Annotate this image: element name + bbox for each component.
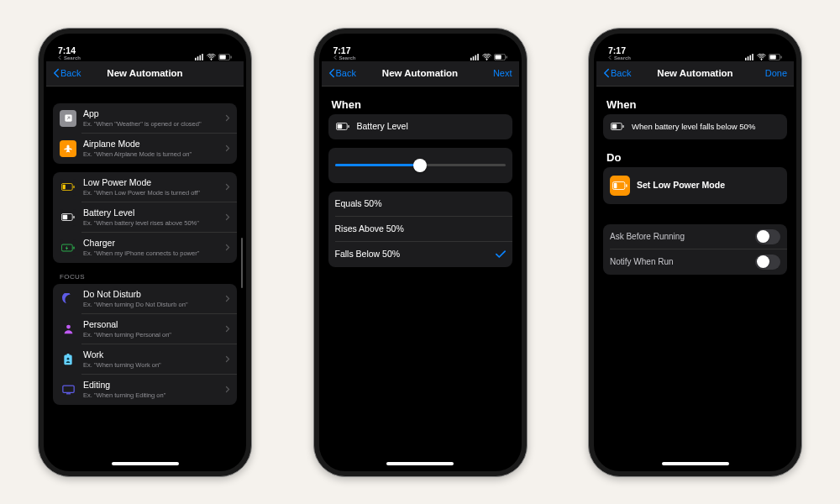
notch	[651, 36, 739, 51]
row-title: Battery Level	[357, 121, 506, 132]
trigger-row-charger[interactable]: ChargerEx. "When my iPhone connects to p…	[53, 233, 237, 263]
signal-icon	[195, 54, 204, 60]
svg-rect-33	[748, 56, 749, 60]
chevron-right-icon	[225, 114, 230, 122]
home-indicator[interactable]	[386, 462, 454, 465]
svg-rect-21	[66, 393, 71, 394]
battery-icon	[218, 54, 232, 60]
svg-rect-41	[622, 125, 623, 128]
back-button[interactable]: Back	[53, 68, 81, 78]
toggle-notify-when-run[interactable]: Notify When Run	[603, 249, 787, 275]
option-falls-below[interactable]: Falls Below 50%	[328, 242, 512, 267]
when-summary-row[interactable]: When battery level falls below 50%	[603, 114, 787, 139]
svg-rect-44	[626, 184, 627, 187]
signal-icon	[745, 54, 754, 60]
nav-title: New Automation	[382, 68, 458, 78]
status-time: 7:17	[333, 46, 351, 55]
toggle-switch[interactable]	[755, 255, 780, 270]
home-indicator[interactable]	[662, 462, 729, 465]
trigger-group-power: Low Power ModeEx. "When Low Power Mode i…	[53, 172, 237, 263]
svg-rect-9	[63, 185, 66, 190]
row-subtitle: Ex. "When "Weather" is opened or closed"	[83, 120, 225, 128]
battery-icon	[769, 54, 782, 60]
nav-title: New Automation	[657, 68, 732, 78]
row-title: Low Power Mode	[83, 177, 225, 188]
when-summary-group: When battery level falls below 50%	[603, 114, 787, 139]
chevron-right-icon	[225, 244, 230, 251]
battery-slider[interactable]	[328, 148, 512, 183]
battery-icon	[494, 54, 507, 60]
svg-rect-1	[197, 56, 199, 60]
battery-level-icon	[610, 118, 625, 135]
svg-rect-28	[506, 55, 507, 58]
slider-knob[interactable]	[413, 159, 427, 172]
next-button[interactable]: Next	[493, 68, 512, 78]
scrollbar[interactable]	[241, 238, 243, 288]
trigger-row-dnd[interactable]: Do Not DisturbEx. "When turning Do Not D…	[53, 284, 237, 314]
chevron-right-icon	[225, 183, 230, 191]
when-summary-text: When battery level falls below 50%	[632, 122, 780, 131]
airplane-icon	[60, 140, 76, 157]
toggle-switch[interactable]	[755, 229, 780, 244]
notch	[101, 36, 189, 51]
option-equals[interactable]: Equals 50%	[328, 192, 512, 217]
badge-icon	[60, 351, 76, 368]
trigger-row-battery[interactable]: Battery LevelEx. "When battery level ris…	[53, 202, 237, 233]
status-search[interactable]: Search	[58, 55, 81, 60]
option-rises-above[interactable]: Rises Above 50%	[328, 217, 512, 242]
display-icon	[60, 381, 76, 398]
chevron-right-icon	[225, 144, 230, 152]
when-header: When	[606, 98, 784, 111]
trigger-group-focus: Do Not DisturbEx. "When turning Do Not D…	[53, 284, 237, 405]
signal-icon	[470, 54, 480, 60]
row-title: App	[83, 108, 225, 119]
chevron-right-icon	[225, 325, 230, 333]
status-search[interactable]: Search	[608, 55, 631, 60]
back-button[interactable]: Back	[603, 68, 631, 78]
row-title: Work	[83, 349, 225, 360]
svg-rect-30	[337, 124, 342, 129]
chevron-right-icon	[225, 355, 230, 363]
when-header: When	[332, 98, 509, 111]
lowpower-icon	[60, 179, 76, 196]
charger-icon	[60, 239, 76, 256]
row-title: Personal	[83, 319, 225, 330]
content-area[interactable]: When When battery level falls below 50% …	[596, 87, 794, 469]
status-search[interactable]: Search	[333, 55, 356, 60]
trigger-row-editing[interactable]: EditingEx. "When turning Editing on"	[53, 375, 237, 405]
svg-rect-10	[73, 186, 74, 188]
home-indicator[interactable]	[112, 462, 179, 465]
status-time: 7:17	[608, 46, 626, 55]
nav-title: New Automation	[107, 68, 182, 78]
trigger-row-lowpower[interactable]: Low Power ModeEx. "When Low Power Mode i…	[53, 172, 237, 202]
battery-level-icon	[60, 209, 76, 226]
row-title: Do Not Disturb	[83, 289, 225, 300]
row-subtitle: Ex. "When battery level rises above 50%"	[83, 219, 225, 227]
svg-rect-5	[219, 55, 225, 59]
status-right	[470, 54, 507, 60]
slider-group	[328, 148, 512, 183]
done-button[interactable]: Done	[765, 68, 787, 78]
svg-rect-40	[612, 124, 617, 129]
focus-header: FOCUS	[53, 263, 237, 284]
trigger-row-app[interactable]: AppEx. "When "Weather" is opened or clos…	[53, 103, 237, 134]
content-area[interactable]: AppEx. "When "Weather" is opened or clos…	[46, 87, 244, 469]
back-button[interactable]: Back	[328, 68, 356, 78]
trigger-row-work[interactable]: WorkEx. "When turning Work on"	[53, 344, 237, 375]
svg-rect-18	[66, 354, 69, 355]
trigger-row-personal[interactable]: PersonalEx. "When turning Personal on"	[53, 314, 237, 344]
svg-rect-20	[62, 386, 73, 392]
svg-rect-13	[73, 216, 74, 218]
svg-rect-35	[752, 54, 753, 60]
svg-rect-43	[614, 182, 617, 187]
content-area[interactable]: When Battery Level	[322, 87, 519, 469]
battery-level-row[interactable]: Battery Level	[328, 114, 512, 139]
chevron-right-icon	[225, 213, 230, 221]
chevron-right-icon	[225, 386, 230, 393]
svg-rect-34	[750, 55, 752, 60]
action-row[interactable]: Set Low Power Mode	[603, 167, 787, 204]
trigger-row-airplane[interactable]: Airplane ModeEx. "When Airplane Mode is …	[53, 134, 237, 164]
slider-fill	[335, 164, 421, 166]
toggle-ask-before-running[interactable]: Ask Before Running	[603, 224, 787, 249]
row-subtitle: Ex. "When Low Power Mode is turned off"	[83, 189, 225, 197]
